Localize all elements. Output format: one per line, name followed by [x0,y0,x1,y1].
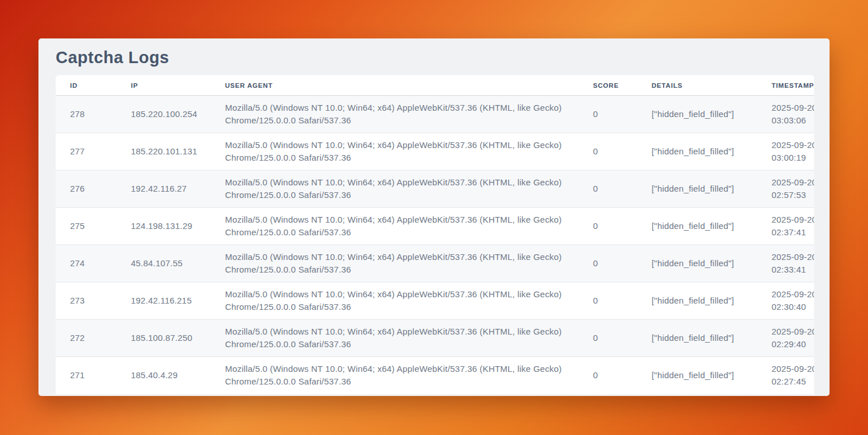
cell-score: 0 [593,96,652,133]
cell-ua: Mozilla/5.0 (Windows NT 10.0; Win64; x64… [225,357,593,394]
cell-id: 276 [56,170,131,208]
cell-ua: Mozilla/5.0 (Windows NT 10.0; Win64; x64… [225,133,593,170]
cell-ua: Mozilla/5.0 (Windows NT 10.0; Win64; x64… [225,282,593,320]
cell-score: 0 [593,245,652,282]
cell-ts: 2025-09-20 03:00:19 [772,133,814,170]
cell-details: ["hidden_field_filled"] [652,320,772,357]
cell-score: 0 [593,133,652,170]
page-title: Captcha Logs [38,38,830,75]
captcha-logs-table: IDIPUSER AGENTSCOREDETAILSTIMESTAMP 2781… [56,75,814,394]
column-header-ip: IP [131,75,225,96]
table-row: 277185.220.101.131Mozilla/5.0 (Windows N… [56,133,814,170]
cell-ip: 185.100.87.250 [131,320,225,357]
cell-ts: 2025-09-20 03:03:06 [772,96,814,133]
column-header-details: DETAILS [652,75,772,96]
cell-ip: 185.220.101.131 [131,133,225,170]
captcha-logs-card: Captcha Logs IDIPUSER AGENTSCOREDETAILST… [38,38,830,396]
cell-details: ["hidden_field_filled"] [652,170,772,208]
column-header-ua: USER AGENT [225,75,593,96]
table-row: 272185.100.87.250Mozilla/5.0 (Windows NT… [56,320,814,357]
cell-ua: Mozilla/5.0 (Windows NT 10.0; Win64; x64… [225,245,593,282]
cell-id: 271 [56,357,131,394]
column-header-ts: TIMESTAMP [772,75,814,96]
table-row: 276192.42.116.27Mozilla/5.0 (Windows NT … [56,170,814,208]
cell-ip: 124.198.131.29 [131,208,225,245]
cell-score: 0 [593,170,652,208]
cell-ip: 45.84.107.55 [131,245,225,282]
logs-table-container: IDIPUSER AGENTSCOREDETAILSTIMESTAMP 2781… [56,75,814,394]
cell-score: 0 [593,320,652,357]
cell-ua: Mozilla/5.0 (Windows NT 10.0; Win64; x64… [225,170,593,208]
cell-details: ["hidden_field_filled"] [652,208,772,245]
cell-id: 275 [56,208,131,245]
cell-details: ["hidden_field_filled"] [652,357,772,394]
cell-details: ["hidden_field_filled"] [652,96,772,133]
cell-score: 0 [593,357,652,394]
cell-id: 277 [56,133,131,170]
table-row: 278185.220.100.254Mozilla/5.0 (Windows N… [56,96,814,133]
column-header-id: ID [56,75,131,96]
table-row: 27445.84.107.55Mozilla/5.0 (Windows NT 1… [56,245,814,282]
cell-details: ["hidden_field_filled"] [652,245,772,282]
cell-ts: 2025-09-20 02:37:41 [772,208,814,245]
cell-ip: 192.42.116.215 [131,282,225,320]
cell-score: 0 [593,208,652,245]
cell-details: ["hidden_field_filled"] [652,282,772,320]
cell-ts: 2025-09-20 02:29:40 [772,320,814,357]
table-row: 275124.198.131.29Mozilla/5.0 (Windows NT… [56,208,814,245]
table-header-row: IDIPUSER AGENTSCOREDETAILSTIMESTAMP [56,75,814,96]
cell-ts: 2025-09-20 02:33:41 [772,245,814,282]
cell-details: ["hidden_field_filled"] [652,133,772,170]
cell-ts: 2025-09-20 02:27:45 [772,357,814,394]
cell-id: 274 [56,245,131,282]
cell-id: 278 [56,96,131,133]
cell-ua: Mozilla/5.0 (Windows NT 10.0; Win64; x64… [225,96,593,133]
cell-ip: 185.40.4.29 [131,357,225,394]
column-header-score: SCORE [593,75,652,96]
table-body: 278185.220.100.254Mozilla/5.0 (Windows N… [56,96,814,394]
cell-score: 0 [593,282,652,320]
table-row: 271185.40.4.29Mozilla/5.0 (Windows NT 10… [56,357,814,394]
page-background: Captcha Logs IDIPUSER AGENTSCOREDETAILST… [0,0,868,435]
cell-ts: 2025-09-20 02:30:40 [772,282,814,320]
cell-id: 273 [56,282,131,320]
cell-ip: 192.42.116.27 [131,170,225,208]
cell-ua: Mozilla/5.0 (Windows NT 10.0; Win64; x64… [225,208,593,245]
cell-ip: 185.220.100.254 [131,96,225,133]
table-row: 273192.42.116.215Mozilla/5.0 (Windows NT… [56,282,814,320]
cell-ts: 2025-09-20 02:57:53 [772,170,814,208]
cell-id: 272 [56,320,131,357]
cell-ua: Mozilla/5.0 (Windows NT 10.0; Win64; x64… [225,320,593,357]
